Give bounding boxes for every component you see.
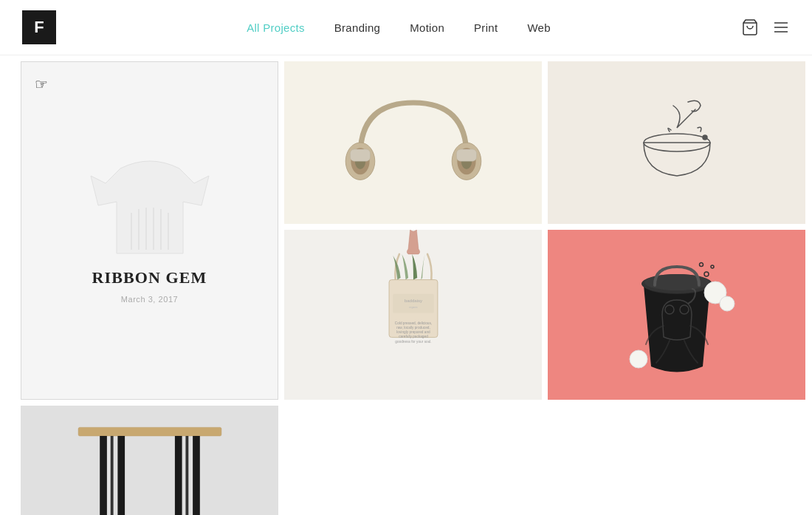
project-ribbon-gem[interactable]: ☞ RIBBON GEM March 3, 2017 xyxy=(21,61,278,400)
svg-text:goodness for your soul.: goodness for your soul. xyxy=(395,340,431,344)
nav-all-projects[interactable]: All Projects xyxy=(247,21,305,34)
headphones-illustration xyxy=(332,76,495,209)
bowl-illustration xyxy=(618,95,736,191)
svg-text:carefully packaged: carefully packaged xyxy=(399,335,428,338)
project-tote-bag[interactable]: baddaisy organic Cold pressed, delicious… xyxy=(284,230,542,400)
project-bowl[interactable] xyxy=(548,61,805,224)
svg-rect-40 xyxy=(78,427,221,436)
svg-text:raw, locally produced,: raw, locally produced, xyxy=(396,326,430,330)
project-table[interactable] xyxy=(21,406,278,515)
cart-icon xyxy=(741,18,759,36)
ribbon-gem-date: March 3, 2017 xyxy=(121,295,178,304)
logo-letter: F xyxy=(34,18,44,37)
svg-point-37 xyxy=(704,272,709,276)
svg-rect-17 xyxy=(456,149,476,161)
svg-text:baddaisy: baddaisy xyxy=(404,299,422,303)
svg-rect-43 xyxy=(117,436,125,515)
svg-rect-45 xyxy=(185,436,188,515)
svg-point-36 xyxy=(630,350,647,368)
svg-rect-41 xyxy=(100,436,107,515)
cursor-indicator: ☞ xyxy=(35,75,48,93)
hamburger-icon xyxy=(772,18,790,36)
svg-point-19 xyxy=(703,135,707,140)
ribbon-gem-content: RIBBON GEM March 3, 2017 xyxy=(83,157,216,304)
project-grid: ☞ RIBBON GEM March 3, 2017 xyxy=(21,61,791,515)
tshirt-illustration xyxy=(83,157,216,261)
svg-rect-44 xyxy=(174,436,182,515)
header: F All Projects Branding Motion Print Web xyxy=(0,0,812,55)
project-headphones[interactable] xyxy=(284,61,542,224)
project-pink-bucket[interactable] xyxy=(548,230,805,400)
tote-illustration: baddaisy organic Cold pressed, delicious… xyxy=(340,230,487,400)
svg-text:lovingly prepared and: lovingly prepared and xyxy=(396,330,430,334)
cart-button[interactable] xyxy=(741,18,759,36)
svg-rect-46 xyxy=(193,436,200,515)
bucket-illustration xyxy=(603,233,751,396)
ribbon-gem-title: RIBBON GEM xyxy=(92,268,207,287)
svg-rect-42 xyxy=(110,436,113,515)
svg-text:organic: organic xyxy=(409,306,418,309)
svg-text:Cold pressed, delicious,: Cold pressed, delicious, xyxy=(394,321,431,325)
nav-print[interactable]: Print xyxy=(474,21,498,34)
nav-motion[interactable]: Motion xyxy=(410,21,444,34)
main-nav: All Projects Branding Motion Print Web xyxy=(247,21,551,34)
svg-rect-16 xyxy=(350,149,370,161)
tote-bag-content: baddaisy organic Cold pressed, delicious… xyxy=(284,230,542,400)
table-illustration xyxy=(47,413,253,515)
svg-rect-21 xyxy=(393,294,433,313)
nav-branding[interactable]: Branding xyxy=(334,21,380,34)
tote-svg: baddaisy organic Cold pressed, delicious… xyxy=(340,230,487,400)
svg-point-38 xyxy=(711,265,714,268)
svg-point-35 xyxy=(720,296,734,311)
nav-web[interactable]: Web xyxy=(527,21,550,34)
header-actions xyxy=(741,18,790,36)
logo[interactable]: F xyxy=(22,10,56,44)
svg-point-39 xyxy=(699,263,703,267)
menu-button[interactable] xyxy=(772,18,790,36)
